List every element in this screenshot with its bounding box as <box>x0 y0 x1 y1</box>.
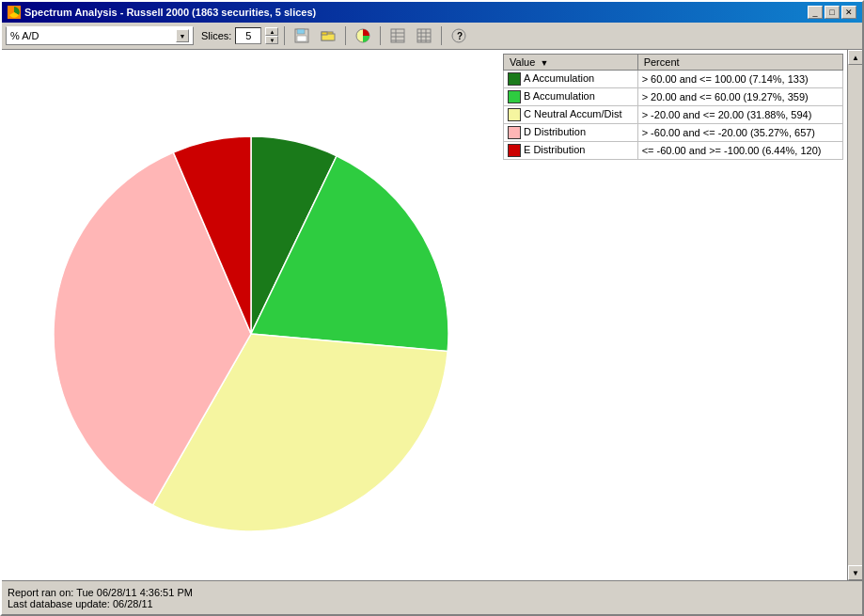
legend-table: Value ▼ Percent A Accumulation> 60.00 an… <box>503 54 843 160</box>
toolbar: % A/D ▼ Slices: ▲ ▼ <box>2 23 862 50</box>
sort-arrow-icon: ▼ <box>540 58 548 68</box>
chart-area <box>2 50 499 580</box>
legend-row-d: D Distribution> -60.00 and <= -20.00 (35… <box>504 124 843 142</box>
legend-range-cell: > -60.00 and <= -20.00 (35.27%, 657) <box>637 124 842 142</box>
svg-rect-2 <box>297 29 305 34</box>
analysis-dropdown[interactable]: % A/D ▼ <box>6 26 194 45</box>
window-controls: _ □ ✕ <box>808 6 856 19</box>
slices-label: Slices: <box>201 30 231 41</box>
spin-up-button[interactable]: ▲ <box>265 27 278 36</box>
grid-view-button[interactable] <box>413 25 435 46</box>
legend-col-percent[interactable]: Percent <box>637 55 842 71</box>
legend-row-a: A Accumulation> 60.00 and <= 100.00 (7.1… <box>504 71 843 88</box>
minimize-button[interactable]: _ <box>808 6 823 19</box>
legend-label-cell: C Neutral Accum/Dist <box>504 106 638 124</box>
legend-row-c: C Neutral Accum/Dist> -20.00 and <= 20.0… <box>504 106 843 124</box>
legend-row-b: B Accumulation> 20.00 and <= 60.00 (19.2… <box>504 88 843 106</box>
scrollbar-vertical[interactable]: ▲ ▼ <box>847 50 862 580</box>
report-ran-text: Report ran on: Tue 06/28/11 4:36:51 PM <box>8 587 856 598</box>
toolbar-separator-4 <box>441 26 442 45</box>
legend-label: B Accumulation <box>524 90 595 102</box>
main-window: Spectrum Analysis - Russell 2000 (1863 s… <box>0 0 864 616</box>
legend-label: E Distribution <box>524 144 585 155</box>
slices-spinner[interactable]: ▲ ▼ <box>265 27 278 44</box>
legend-row-e: E Distribution<= -60.00 and >= -100.00 (… <box>504 142 843 160</box>
status-bar: Report ran on: Tue 06/28/11 4:36:51 PM L… <box>2 580 862 614</box>
dropdown-value: % A/D <box>10 30 39 41</box>
pie-chart <box>35 99 467 531</box>
legend-range-cell: > -20.00 and <= 20.00 (31.88%, 594) <box>637 106 842 124</box>
content-area: Value ▼ Percent A Accumulation> 60.00 an… <box>2 50 862 580</box>
legend-label-cell: E Distribution <box>504 142 638 160</box>
help-button[interactable]: ? <box>448 25 470 46</box>
legend-range-cell: > 60.00 and <= 100.00 (7.14%, 133) <box>637 71 842 88</box>
pie-chart-button[interactable] <box>352 25 374 46</box>
scroll-up-button[interactable]: ▲ <box>848 50 862 65</box>
window-title: Spectrum Analysis - Russell 2000 (1863 s… <box>24 7 316 18</box>
legend-label-cell: D Distribution <box>504 124 638 142</box>
last-update-text: Last database update: 06/28/11 <box>8 598 856 609</box>
legend-area: Value ▼ Percent A Accumulation> 60.00 an… <box>499 50 847 580</box>
legend-label: C Neutral Accum/Dist <box>524 108 622 119</box>
table-view-button[interactable] <box>386 25 409 46</box>
legend-label: A Accumulation <box>524 72 594 84</box>
legend-color-box <box>508 72 521 86</box>
toolbar-separator-1 <box>284 26 285 45</box>
legend-label: D Distribution <box>524 126 586 137</box>
legend-color-box <box>508 90 521 103</box>
legend-range-cell: > 20.00 and <= 60.00 (19.27%, 359) <box>637 88 842 106</box>
svg-rect-3 <box>297 36 306 41</box>
svg-rect-6 <box>322 32 327 35</box>
open-button[interactable] <box>317 25 339 46</box>
legend-col-value[interactable]: Value ▼ <box>504 55 638 71</box>
slices-input[interactable] <box>235 27 261 44</box>
pie-chart-svg <box>35 99 467 550</box>
scroll-down-button[interactable]: ▼ <box>848 565 862 580</box>
window-icon <box>8 6 21 19</box>
legend-color-box <box>508 126 521 139</box>
toolbar-separator-2 <box>345 26 346 45</box>
dropdown-arrow-icon[interactable]: ▼ <box>176 29 189 42</box>
legend-color-box <box>508 144 521 157</box>
legend-label-cell: B Accumulation <box>504 88 638 106</box>
title-bar-text: Spectrum Analysis - Russell 2000 (1863 s… <box>8 6 316 19</box>
maximize-button[interactable]: □ <box>825 6 840 19</box>
toolbar-separator-3 <box>380 26 381 45</box>
scroll-track[interactable] <box>848 65 862 565</box>
svg-text:?: ? <box>457 31 463 41</box>
close-button[interactable]: ✕ <box>841 6 856 19</box>
spin-down-button[interactable]: ▼ <box>265 36 278 44</box>
legend-range-cell: <= -60.00 and >= -100.00 (6.44%, 120) <box>637 142 842 160</box>
title-bar: Spectrum Analysis - Russell 2000 (1863 s… <box>2 2 862 23</box>
legend-label-cell: A Accumulation <box>504 71 638 88</box>
save-button[interactable] <box>291 25 313 46</box>
legend-color-box <box>508 108 521 121</box>
